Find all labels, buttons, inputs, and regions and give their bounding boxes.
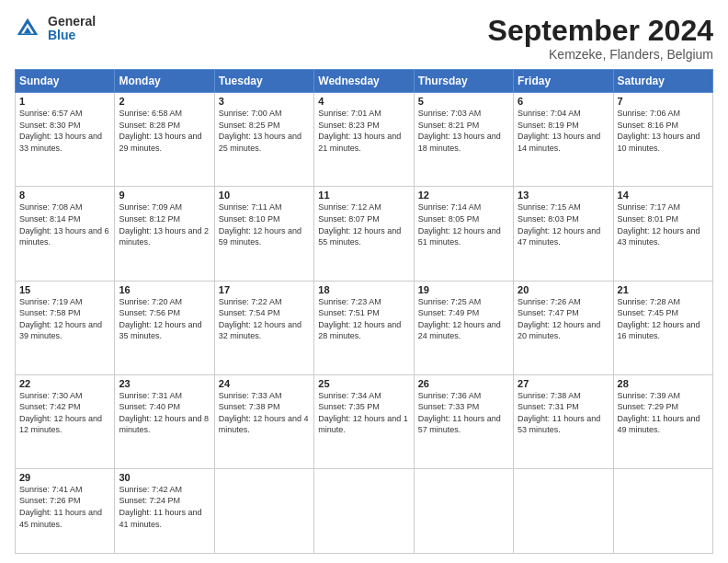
- day-number: 5: [418, 96, 509, 107]
- day-number: 26: [418, 378, 509, 389]
- calendar-week-row: 29Sunrise: 7:41 AMSunset: 7:26 PMDayligh…: [16, 468, 713, 553]
- location: Kemzeke, Flanders, Belgium: [488, 47, 713, 62]
- day-number: 20: [518, 284, 609, 295]
- table-row: 27Sunrise: 7:38 AMSunset: 7:31 PMDayligh…: [514, 374, 613, 468]
- month-title: September 2024: [488, 15, 713, 47]
- cell-info: Sunrise: 7:09 AMSunset: 8:12 PMDaylight:…: [119, 201, 210, 247]
- table-row: 15Sunrise: 7:19 AMSunset: 7:58 PMDayligh…: [16, 281, 115, 374]
- cell-info: Sunrise: 7:23 AMSunset: 7:51 PMDaylight:…: [318, 296, 409, 342]
- cell-info: Sunrise: 7:38 AMSunset: 7:31 PMDaylight:…: [518, 390, 609, 436]
- table-row: 4Sunrise: 7:01 AMSunset: 8:23 PMDaylight…: [314, 93, 414, 187]
- cell-info: Sunrise: 7:20 AMSunset: 7:56 PMDaylight:…: [119, 296, 210, 342]
- day-number: 19: [418, 284, 509, 295]
- logo-blue-text: Blue: [48, 29, 96, 42]
- day-number: 27: [518, 378, 609, 389]
- logo-general-text: General: [48, 15, 96, 29]
- table-row: 5Sunrise: 7:03 AMSunset: 8:21 PMDaylight…: [414, 93, 513, 187]
- table-row: [314, 468, 414, 553]
- cell-info: Sunrise: 7:01 AMSunset: 8:23 PMDaylight:…: [318, 108, 409, 154]
- day-number: 14: [618, 190, 709, 201]
- day-number: 17: [219, 284, 310, 295]
- table-row: 25Sunrise: 7:34 AMSunset: 7:35 PMDayligh…: [314, 374, 414, 468]
- day-number: 28: [618, 378, 709, 389]
- cell-info: Sunrise: 7:33 AMSunset: 7:38 PMDaylight:…: [219, 390, 310, 436]
- table-row: 7Sunrise: 7:06 AMSunset: 8:16 PMDaylight…: [613, 93, 712, 187]
- table-row: 21Sunrise: 7:28 AMSunset: 7:45 PMDayligh…: [613, 281, 712, 374]
- header: General Blue September 2024 Kemzeke, Fla…: [15, 15, 713, 62]
- cell-info: Sunrise: 7:25 AMSunset: 7:49 PMDaylight:…: [418, 296, 509, 342]
- cell-info: Sunrise: 7:03 AMSunset: 8:21 PMDaylight:…: [418, 108, 509, 154]
- cell-info: Sunrise: 7:17 AMSunset: 8:01 PMDaylight:…: [618, 201, 709, 247]
- table-row: 19Sunrise: 7:25 AMSunset: 7:49 PMDayligh…: [414, 281, 513, 374]
- cell-info: Sunrise: 7:19 AMSunset: 7:58 PMDaylight:…: [19, 296, 110, 342]
- table-row: 16Sunrise: 7:20 AMSunset: 7:56 PMDayligh…: [115, 281, 214, 374]
- cell-info: Sunrise: 7:12 AMSunset: 8:07 PMDaylight:…: [318, 201, 409, 247]
- cell-info: Sunrise: 7:08 AMSunset: 8:14 PMDaylight:…: [19, 201, 110, 247]
- day-number: 16: [119, 284, 210, 295]
- cell-info: Sunrise: 7:15 AMSunset: 8:03 PMDaylight:…: [518, 201, 609, 247]
- day-number: 24: [219, 378, 310, 389]
- day-number: 25: [318, 378, 409, 389]
- day-number: 13: [518, 190, 609, 201]
- calendar-week-row: 8Sunrise: 7:08 AMSunset: 8:14 PMDaylight…: [16, 187, 713, 281]
- cell-info: Sunrise: 6:57 AMSunset: 8:30 PMDaylight:…: [19, 108, 110, 154]
- cell-info: Sunrise: 7:14 AMSunset: 8:05 PMDaylight:…: [418, 201, 509, 247]
- day-number: 15: [19, 284, 110, 295]
- day-number: 12: [418, 190, 509, 201]
- day-number: 2: [119, 96, 210, 107]
- calendar-table: Sunday Monday Tuesday Wednesday Thursday…: [15, 69, 713, 554]
- cell-info: Sunrise: 7:28 AMSunset: 7:45 PMDaylight:…: [618, 296, 709, 342]
- day-number: 22: [19, 378, 110, 389]
- day-number: 29: [19, 472, 110, 483]
- col-thursday: Thursday: [414, 70, 513, 93]
- calendar-week-row: 22Sunrise: 7:30 AMSunset: 7:42 PMDayligh…: [16, 374, 713, 468]
- table-row: 17Sunrise: 7:22 AMSunset: 7:54 PMDayligh…: [214, 281, 313, 374]
- cell-info: Sunrise: 7:06 AMSunset: 8:16 PMDaylight:…: [618, 108, 709, 154]
- day-number: 3: [219, 96, 310, 107]
- col-saturday: Saturday: [613, 70, 712, 93]
- title-area: September 2024 Kemzeke, Flanders, Belgiu…: [488, 15, 713, 62]
- day-number: 18: [318, 284, 409, 295]
- table-row: 22Sunrise: 7:30 AMSunset: 7:42 PMDayligh…: [16, 374, 115, 468]
- table-row: 12Sunrise: 7:14 AMSunset: 8:05 PMDayligh…: [414, 187, 513, 281]
- table-row: [613, 468, 712, 553]
- table-row: 18Sunrise: 7:23 AMSunset: 7:51 PMDayligh…: [314, 281, 414, 374]
- table-row: 2Sunrise: 6:58 AMSunset: 8:28 PMDaylight…: [115, 93, 214, 187]
- calendar-week-row: 1Sunrise: 6:57 AMSunset: 8:30 PMDaylight…: [16, 93, 713, 187]
- table-row: 29Sunrise: 7:41 AMSunset: 7:26 PMDayligh…: [16, 468, 115, 553]
- logo-text: General Blue: [48, 15, 96, 43]
- day-number: 1: [19, 96, 110, 107]
- table-row: 20Sunrise: 7:26 AMSunset: 7:47 PMDayligh…: [514, 281, 613, 374]
- col-monday: Monday: [115, 70, 214, 93]
- day-number: 6: [518, 96, 609, 107]
- cell-info: Sunrise: 7:36 AMSunset: 7:33 PMDaylight:…: [418, 390, 509, 436]
- cell-info: Sunrise: 7:31 AMSunset: 7:40 PMDaylight:…: [119, 390, 210, 436]
- cell-info: Sunrise: 7:11 AMSunset: 8:10 PMDaylight:…: [219, 201, 310, 247]
- col-wednesday: Wednesday: [314, 70, 414, 93]
- table-row: 13Sunrise: 7:15 AMSunset: 8:03 PMDayligh…: [514, 187, 613, 281]
- table-row: 28Sunrise: 7:39 AMSunset: 7:29 PMDayligh…: [613, 374, 712, 468]
- table-row: [214, 468, 313, 553]
- cell-info: Sunrise: 7:39 AMSunset: 7:29 PMDaylight:…: [618, 390, 709, 436]
- cell-info: Sunrise: 7:22 AMSunset: 7:54 PMDaylight:…: [219, 296, 310, 342]
- day-number: 9: [119, 190, 210, 201]
- day-number: 21: [618, 284, 709, 295]
- table-row: 23Sunrise: 7:31 AMSunset: 7:40 PMDayligh…: [115, 374, 214, 468]
- table-row: 24Sunrise: 7:33 AMSunset: 7:38 PMDayligh…: [214, 374, 313, 468]
- logo-icon: [15, 16, 40, 41]
- cell-info: Sunrise: 7:30 AMSunset: 7:42 PMDaylight:…: [19, 390, 110, 436]
- table-row: 3Sunrise: 7:00 AMSunset: 8:25 PMDaylight…: [214, 93, 313, 187]
- day-number: 8: [19, 190, 110, 201]
- table-row: 9Sunrise: 7:09 AMSunset: 8:12 PMDaylight…: [115, 187, 214, 281]
- table-row: 26Sunrise: 7:36 AMSunset: 7:33 PMDayligh…: [414, 374, 513, 468]
- table-row: 8Sunrise: 7:08 AMSunset: 8:14 PMDaylight…: [16, 187, 115, 281]
- day-number: 4: [318, 96, 409, 107]
- table-row: [414, 468, 513, 553]
- day-number: 10: [219, 190, 310, 201]
- cell-info: Sunrise: 7:41 AMSunset: 7:26 PMDaylight:…: [19, 484, 110, 530]
- cell-info: Sunrise: 7:00 AMSunset: 8:25 PMDaylight:…: [219, 108, 310, 154]
- table-row: 30Sunrise: 7:42 AMSunset: 7:24 PMDayligh…: [115, 468, 214, 553]
- col-friday: Friday: [514, 70, 613, 93]
- table-row: 11Sunrise: 7:12 AMSunset: 8:07 PMDayligh…: [314, 187, 414, 281]
- col-sunday: Sunday: [16, 70, 115, 93]
